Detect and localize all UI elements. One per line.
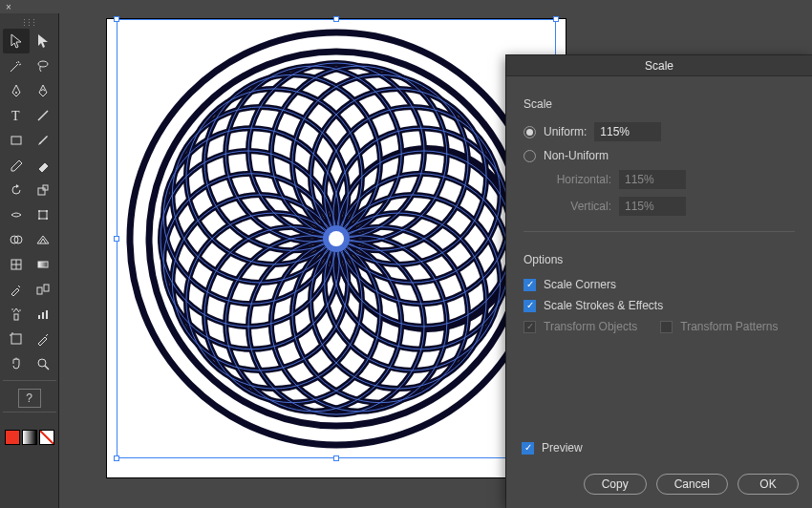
artboard[interactable]: [107, 19, 566, 477]
artboard-tool[interactable]: [3, 327, 30, 351]
nonuniform-label: Non-Uniform: [544, 149, 609, 162]
close-panel-icon[interactable]: ×: [0, 0, 17, 13]
none-swatch[interactable]: [39, 430, 54, 445]
line-segment-tool[interactable]: [30, 103, 56, 128]
svg-rect-18: [37, 287, 42, 294]
tools-panel: T ?: [0, 13, 59, 508]
resize-handle-n[interactable]: [333, 16, 339, 22]
divider: [524, 231, 795, 232]
transform-objects-label: Transform Objects: [544, 320, 637, 333]
rotate-tool[interactable]: [3, 178, 30, 202]
svg-text:T: T: [11, 109, 20, 123]
svg-line-29: [46, 334, 48, 336]
selection-bounds[interactable]: [117, 19, 556, 458]
resize-handle-w[interactable]: [114, 236, 119, 242]
transform-objects-checkbox: [524, 321, 536, 333]
perspective-grid-tool[interactable]: [30, 227, 56, 252]
svg-point-30: [38, 359, 46, 367]
shaper-tool[interactable]: [3, 153, 30, 178]
free-transform-tool[interactable]: [30, 202, 56, 227]
transform-patterns-checkbox: [660, 321, 673, 333]
eyedropper-tool[interactable]: [3, 277, 30, 302]
vertical-input[interactable]: 115%: [619, 197, 686, 216]
curvature-tool[interactable]: [30, 78, 56, 103]
copy-button[interactable]: Copy: [584, 474, 647, 495]
cancel-button[interactable]: Cancel: [656, 474, 728, 495]
scale-strokes-label: Scale Strokes & Effects: [544, 299, 663, 312]
svg-rect-19: [44, 285, 49, 291]
resize-handle-nw[interactable]: [114, 16, 119, 22]
fill-swatch[interactable]: [5, 430, 20, 445]
vertical-label: Vertical:: [541, 200, 611, 213]
uniform-row[interactable]: Uniform: 115%: [524, 122, 795, 141]
preview-checkbox[interactable]: [522, 442, 534, 455]
svg-line-3: [38, 111, 48, 120]
horizontal-input[interactable]: 115%: [619, 170, 686, 189]
blend-tool[interactable]: [30, 277, 56, 302]
svg-rect-17: [38, 262, 48, 267]
scale-corners-row[interactable]: Scale Corners: [524, 278, 795, 291]
transform-patterns-label: Transform Patterns: [680, 320, 778, 333]
scale-section-label: Scale: [524, 97, 795, 111]
svg-line-31: [45, 366, 49, 370]
resize-handle-sw[interactable]: [114, 455, 119, 461]
scale-tool[interactable]: [30, 178, 56, 202]
gradient-swatch[interactable]: [22, 430, 37, 445]
pen-tool[interactable]: [3, 78, 30, 103]
hand-tool[interactable]: [3, 351, 30, 376]
nonuniform-row[interactable]: Non-Uniform: [524, 149, 795, 162]
width-tool[interactable]: [3, 202, 30, 227]
scale-strokes-checkbox[interactable]: [524, 300, 536, 312]
scale-corners-checkbox[interactable]: [524, 279, 536, 291]
column-graph-tool[interactable]: [30, 302, 56, 327]
type-tool[interactable]: T: [3, 103, 30, 128]
color-swatches[interactable]: [3, 422, 56, 445]
lasso-tool[interactable]: [30, 53, 56, 78]
dialog-title: Scale: [506, 55, 812, 76]
selection-tool[interactable]: [3, 29, 30, 53]
direct-selection-tool[interactable]: [30, 29, 56, 53]
svg-point-9: [46, 210, 48, 212]
paintbrush-tool[interactable]: [30, 128, 56, 153]
svg-point-0: [38, 61, 48, 67]
svg-point-8: [38, 210, 40, 212]
slice-tool[interactable]: [30, 327, 56, 351]
horizontal-label: Horizontal:: [541, 173, 611, 186]
symbol-sprayer-tool[interactable]: [3, 302, 30, 327]
svg-rect-26: [11, 334, 21, 344]
uniform-label: Uniform:: [544, 125, 587, 138]
svg-rect-4: [11, 137, 21, 144]
svg-rect-23: [38, 315, 40, 319]
magic-wand-tool[interactable]: [3, 53, 30, 78]
svg-point-11: [46, 218, 48, 220]
svg-rect-7: [39, 211, 47, 219]
scale-dialog: Scale Scale Uniform: 115% Non-Uniform Ho…: [506, 55, 812, 508]
uniform-input[interactable]: 115%: [594, 122, 661, 141]
svg-point-22: [19, 309, 21, 311]
ok-button[interactable]: OK: [737, 474, 799, 495]
eraser-tool[interactable]: [30, 153, 56, 178]
rectangle-tool[interactable]: [3, 128, 30, 153]
scale-corners-label: Scale Corners: [544, 278, 616, 291]
mesh-tool[interactable]: [3, 252, 30, 277]
shape-builder-tool[interactable]: [3, 227, 30, 252]
nonuniform-radio[interactable]: [524, 150, 536, 162]
svg-rect-24: [42, 312, 44, 319]
uniform-radio[interactable]: [524, 126, 536, 138]
preview-row[interactable]: Preview: [522, 441, 583, 455]
panel-grip-icon[interactable]: [10, 19, 50, 25]
svg-point-1: [15, 92, 17, 94]
preview-label: Preview: [542, 441, 583, 455]
help-button[interactable]: ?: [18, 389, 41, 408]
svg-point-21: [11, 308, 13, 310]
svg-point-10: [38, 218, 40, 220]
resize-handle-s[interactable]: [333, 455, 339, 461]
resize-handle-ne[interactable]: [553, 16, 559, 22]
options-section-label: Options: [524, 253, 795, 266]
svg-rect-5: [38, 188, 45, 195]
svg-rect-25: [46, 310, 48, 319]
gradient-tool[interactable]: [30, 252, 56, 277]
zoom-tool[interactable]: [30, 351, 56, 376]
scale-strokes-row[interactable]: Scale Strokes & Effects: [524, 299, 795, 312]
svg-rect-20: [14, 314, 18, 320]
